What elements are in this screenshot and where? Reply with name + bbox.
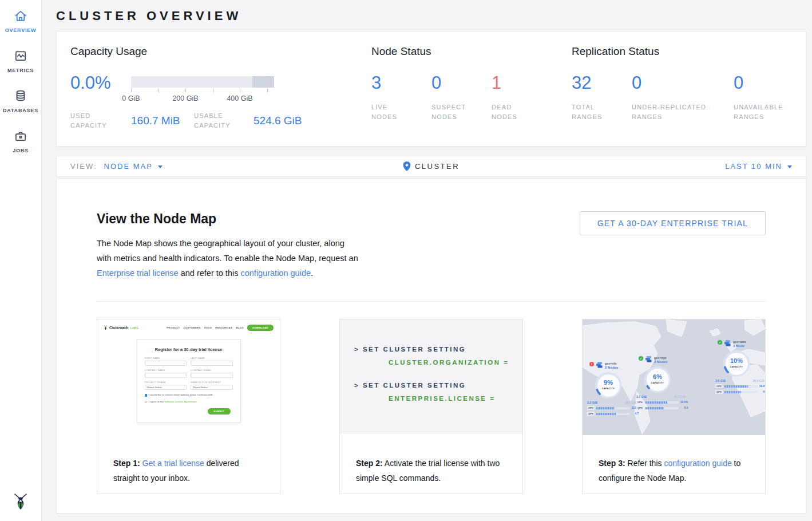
mini-field-label: REASON FOR INTEREST [191, 381, 233, 384]
qps-label: QPS [636, 406, 644, 410]
chevron-down-icon [787, 165, 792, 168]
usable-capacity-value: 524.6 GiB [241, 115, 302, 127]
sql-setting: ENTERPRISE.LICENSE = [389, 395, 522, 402]
under-replicated-ranges-stat: 0 UNDER-REPLICATED RANGES [632, 73, 734, 122]
capacity-bar-nonusable-segment [252, 76, 274, 88]
configuration-guide-link[interactable]: configuration guide [240, 269, 311, 278]
capacity-ring-label: CAPACITY [723, 366, 750, 368]
sidebar-item-overview[interactable]: OVERVIEW [0, 0, 41, 40]
map-pin-icon [403, 161, 410, 171]
under-replicated-ranges-label: UNDER-REPLICATED RANGES [632, 102, 723, 122]
configuration-guide-link[interactable]: configuration guide [664, 459, 731, 468]
step-3-card: ! geo=sfo2 Nodes 9% CAPACITY 3.2 GiB351 … [582, 319, 766, 494]
time-range-selector[interactable]: LAST 10 MIN [725, 162, 792, 171]
metrics-chart-icon [13, 49, 28, 64]
sidebar-item-databases[interactable]: DATABASES [0, 80, 41, 120]
tick-label: 400 GiB [227, 94, 252, 102]
view-value: NODE MAP [104, 162, 153, 171]
capacity-axis-ticks [131, 89, 267, 93]
node-stack-icon [724, 340, 731, 347]
live-nodes-stat: 3 LIVE NODES [371, 73, 431, 122]
replication-status-section: Replication Status 32 TOTAL RANGES 0 UND… [572, 45, 792, 132]
page-title: CLUSTER OVERVIEW [56, 9, 806, 23]
view-selector[interactable]: VIEW: NODE MAP [70, 162, 163, 171]
step-3-caption: Step 3: Refer this configuration guide t… [583, 445, 765, 486]
database-icon [13, 89, 28, 104]
qps-bar [724, 391, 758, 393]
cpu-bar [645, 401, 679, 404]
nav-item: RESOURCES [215, 326, 232, 329]
node-ok-badge: ✓ [718, 340, 722, 345]
mini-checkbox-label: I agree to the [149, 400, 164, 403]
cpu-value: 58.3% [759, 385, 765, 388]
step-number: Step 3: [599, 459, 625, 468]
node-map-panel: View the Node Map The Node Map shows the… [56, 179, 806, 514]
step-number: Step 1: [113, 459, 140, 468]
download-pill: DOWNLOAD [247, 325, 274, 331]
briefcase-icon [13, 129, 28, 144]
locality-label: CLUSTER [415, 162, 460, 171]
locality-name: geo=ams [733, 340, 746, 344]
map-locality-nyc: ✓ geo=nyc2 Nodes 6% CAPACITY 3.7 GiB43.7… [636, 356, 691, 410]
get-trial-license-link[interactable]: Get a trial license [142, 459, 204, 468]
sidebar-item-label: DATABASES [3, 108, 38, 113]
mini-checkbox-checked [145, 394, 148, 397]
mini-form-title: Register for a 30-day trial license [145, 347, 233, 352]
enterprise-trial-license-link[interactable]: Enterprise trial license [97, 269, 179, 278]
nav-item: BLOG [236, 326, 244, 329]
mini-checkbox-unchecked [145, 401, 148, 404]
mini-license-link: Software License Agreement. [164, 400, 197, 403]
used-capacity-value: 160.7 MiB [114, 115, 194, 127]
cluster-summary-card: Capacity Usage 0.0% 0 GiB 200 GiB 400 Gi… [56, 31, 806, 147]
node-map-heading: View the Node Map [97, 211, 360, 227]
step-number: Step 2: [356, 459, 383, 468]
capacity-bar [131, 76, 274, 88]
under-replicated-ranges-value: 0 [632, 73, 734, 93]
capacity-bar-block: 0 GiB 200 GiB 400 GiB [131, 76, 274, 103]
live-nodes-value: 3 [371, 73, 431, 93]
locality-breadcrumb: CLUSTER [403, 161, 460, 171]
total-gib: 351 GiB [625, 401, 636, 404]
mini-field-select: Please Select [145, 385, 187, 390]
unavailable-ranges-stat: 0 UNAVAILABLE RANGES [734, 73, 792, 122]
capacity-ring-percent: 9% [595, 379, 621, 386]
unavailable-ranges-label: UNAVAILABLE RANGES [734, 102, 791, 122]
mini-submit-button: SUBMIT [208, 408, 231, 415]
replication-status-title: Replication Status [572, 45, 792, 58]
capacity-ring: 9% CAPACITY [595, 372, 621, 398]
sql-setting: CLUSTER.ORGANIZATION = [389, 359, 522, 366]
cpu-value: 42.5% [680, 401, 688, 404]
mini-field-label: FIRST NAME [145, 357, 187, 360]
map-locality-sfo: ! geo=sfo2 Nodes 9% CAPACITY 3.2 GiB351 … [587, 362, 642, 416]
mini-field-input [145, 361, 187, 366]
total-gib: 36.4 GiB [752, 379, 765, 382]
qps-value: 5.8 [680, 406, 688, 409]
cpu-bar [596, 407, 629, 409]
description-text: and refer to this [179, 269, 241, 278]
used-gib: 3.7 GiB [636, 395, 647, 398]
caption-text: Refer this [625, 459, 664, 468]
unavailable-ranges-value: 0 [734, 73, 792, 93]
mini-checkbox-label: I would like to receive email updates ab… [149, 394, 213, 396]
capacity-ring-label: CAPACITY [644, 382, 671, 384]
capacity-stats: USED CAPACITY 160.7 MiB USABLE CAPACITY … [70, 111, 357, 131]
suspect-nodes-stat: 0 SUSPECT NODES [431, 73, 492, 122]
step-2-card: > SET CLUSTER SETTING CLUSTER.ORGANIZATI… [339, 319, 523, 494]
used-capacity-label: USED CAPACITY [70, 111, 114, 131]
mini-field-label: COMPANY EMAIL [191, 369, 233, 372]
get-enterprise-trial-button[interactable]: GET A 30-DAY ENTERPRISE TRIAL [580, 211, 766, 235]
tick-label: 200 GiB [172, 94, 198, 102]
usable-capacity-label: USABLE CAPACITY [194, 111, 241, 131]
capacity-ring: 6% CAPACITY [644, 366, 671, 393]
live-nodes-label: LIVE NODES [371, 102, 406, 122]
time-range-value: LAST 10 MIN [725, 162, 782, 171]
nav-item: DOCS [204, 326, 212, 329]
description-text: The Node Map shows the geographical layo… [97, 239, 358, 263]
sidebar-item-jobs[interactable]: JOBS [0, 120, 41, 160]
sidebar-item-label: OVERVIEW [5, 27, 37, 33]
node-ok-badge: ✓ [639, 356, 643, 361]
locality-name: geo=nyc [654, 356, 667, 360]
sidebar-item-label: JOBS [13, 148, 29, 153]
mini-field-label: PROJECT PHASE [145, 381, 187, 384]
sidebar-item-metrics[interactable]: METRICS [0, 40, 41, 80]
